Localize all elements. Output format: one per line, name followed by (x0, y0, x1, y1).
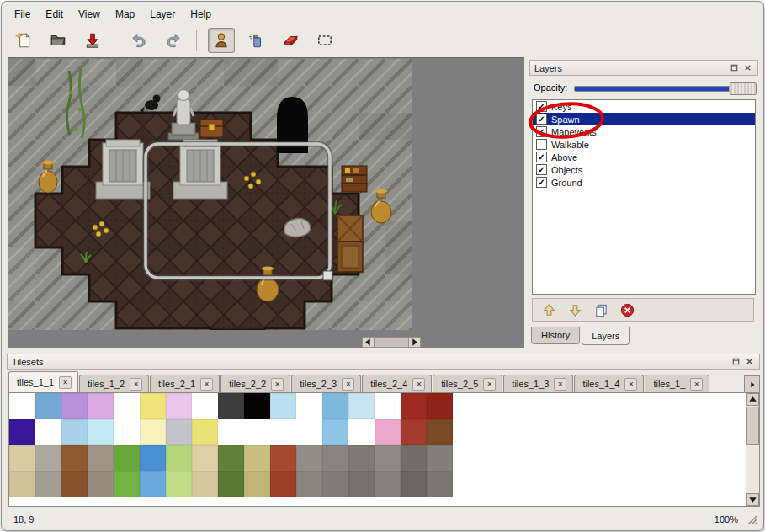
layer-row-mapevents[interactable]: ✓Mapevents (533, 125, 755, 138)
lower-layer-button[interactable] (566, 301, 584, 319)
tile-cell[interactable] (9, 393, 35, 419)
tile-cell[interactable] (244, 471, 270, 497)
tab-close-icon[interactable]: ✕ (624, 378, 637, 391)
tile-cell[interactable] (218, 471, 244, 497)
tileset-tab-tiles_2_1[interactable]: tiles_2_1✕ (150, 375, 220, 392)
tile-cell[interactable] (218, 419, 244, 445)
tile-cell[interactable] (114, 419, 140, 445)
vertical-scrollbar-thumb[interactable] (746, 407, 759, 445)
tile-cell[interactable] (375, 419, 401, 445)
tab-close-icon[interactable]: ✕ (483, 378, 496, 391)
tile-cell[interactable] (192, 419, 218, 445)
tile-cell[interactable] (61, 471, 88, 497)
layer-row-walkable[interactable]: Walkable (533, 138, 755, 151)
tile-cell[interactable] (348, 393, 375, 419)
layer-row-ground[interactable]: ✓Ground (533, 176, 755, 189)
tile-cell[interactable] (9, 445, 35, 471)
tile-cell[interactable] (35, 445, 61, 471)
tile-cell[interactable] (114, 393, 140, 419)
tile-cell[interactable] (140, 393, 166, 419)
tileset-tab-tiles_1_1[interactable]: tiles_1_1✕ (8, 371, 78, 392)
tile-cell[interactable] (427, 445, 453, 471)
open-button[interactable] (45, 28, 72, 53)
layer-visibility-checkbox[interactable]: ✓ (536, 152, 547, 162)
eraser-tool-button[interactable] (277, 28, 304, 53)
tile-cell[interactable] (401, 393, 427, 419)
tile-cell[interactable] (88, 393, 114, 419)
tileset-tab-tiles_1_4[interactable]: tiles_1_4✕ (574, 375, 644, 392)
tile-cell[interactable] (114, 471, 140, 497)
horizontal-scrollbar-thumb[interactable] (375, 338, 408, 347)
tile-cell[interactable] (401, 445, 427, 471)
tile-cell[interactable] (166, 445, 192, 471)
layer-row-objects[interactable]: ✓Objects (533, 163, 755, 176)
tile-cell[interactable] (270, 393, 296, 419)
selection-tool-button[interactable] (311, 28, 338, 53)
menu-file[interactable]: File (7, 6, 38, 23)
tile-cell[interactable] (192, 445, 218, 471)
tileset-tab-tiles_1_2[interactable]: tiles_1_2✕ (79, 375, 149, 392)
tile-cell[interactable] (322, 393, 348, 419)
stamp-tool-button[interactable] (208, 28, 235, 53)
tile-cell[interactable] (166, 393, 192, 419)
map-canvas[interactable] (8, 59, 412, 330)
tile-cell[interactable] (270, 471, 296, 497)
tileset-tab-tiles_1_3[interactable]: tiles_1_3✕ (503, 375, 573, 392)
tile-cell[interactable] (88, 471, 114, 497)
scroll-right-icon[interactable] (408, 338, 420, 347)
tile-cell[interactable] (140, 419, 166, 445)
tile-cell[interactable] (375, 471, 401, 497)
duplicate-layer-button[interactable] (592, 301, 610, 319)
layer-visibility-checkbox[interactable]: ✓ (536, 101, 547, 112)
tileset-tab-tiles_2_5[interactable]: tiles_2_5✕ (433, 375, 502, 392)
layer-row-spawn[interactable]: ✓Spawn (533, 113, 755, 125)
redo-button[interactable] (160, 28, 187, 53)
tab-close-icon[interactable]: ✕ (59, 376, 72, 389)
tab-close-icon[interactable]: ✕ (271, 378, 284, 391)
tile-cell[interactable] (35, 471, 61, 497)
menu-help[interactable]: Help (183, 6, 219, 23)
tile-cell[interactable] (270, 445, 296, 471)
layer-row-keys[interactable]: ✓Keys (533, 100, 755, 113)
float-icon[interactable] (730, 356, 741, 367)
tile-cell[interactable] (166, 419, 192, 445)
tab-close-icon[interactable]: ✕ (200, 378, 213, 391)
tile-cell[interactable] (322, 419, 348, 445)
tile-cell[interactable] (427, 471, 453, 497)
tile-cell[interactable] (61, 419, 88, 445)
tile-cell[interactable] (218, 393, 244, 419)
save-button[interactable] (79, 28, 106, 53)
delete-layer-button[interactable] (618, 301, 636, 319)
tab-close-icon[interactable]: ✕ (690, 378, 703, 391)
menu-map[interactable]: Map (108, 6, 142, 23)
tile-cell[interactable] (427, 393, 453, 419)
layer-row-above[interactable]: ✓Above (533, 151, 755, 163)
tile-cell[interactable] (296, 445, 322, 471)
tile-cell[interactable] (244, 393, 270, 419)
tile-cell[interactable] (401, 419, 427, 445)
tile-cell[interactable] (61, 445, 88, 471)
undo-button[interactable] (125, 28, 152, 53)
tab-close-icon[interactable]: ✕ (130, 378, 142, 391)
tile-cell[interactable] (270, 419, 296, 445)
layer-visibility-checkbox[interactable]: ✓ (536, 114, 547, 125)
tileset-tab-tiles_2_2[interactable]: tiles_2_2✕ (220, 375, 290, 392)
tile-cell[interactable] (322, 471, 348, 497)
menu-edit[interactable]: Edit (38, 6, 71, 23)
tileset-tab-tiles_2_4[interactable]: tiles_2_4✕ (362, 375, 432, 392)
tile-cell[interactable] (296, 393, 322, 419)
tile-cell[interactable] (322, 445, 348, 471)
tab-close-icon[interactable]: ✕ (412, 378, 425, 391)
tile-cell[interactable] (192, 471, 218, 497)
tile-cell[interactable] (88, 445, 114, 471)
tile-cell[interactable] (375, 445, 401, 471)
close-icon[interactable] (744, 356, 755, 367)
tile-cell[interactable] (140, 445, 166, 471)
tile-cell[interactable] (9, 419, 35, 445)
tile-cell[interactable] (244, 445, 270, 471)
layer-visibility-checkbox[interactable]: ✓ (536, 126, 547, 137)
slider-handle[interactable] (730, 82, 757, 95)
menu-view[interactable]: View (71, 6, 108, 23)
tile-cell[interactable] (296, 419, 322, 445)
tile-cell[interactable] (35, 393, 61, 419)
